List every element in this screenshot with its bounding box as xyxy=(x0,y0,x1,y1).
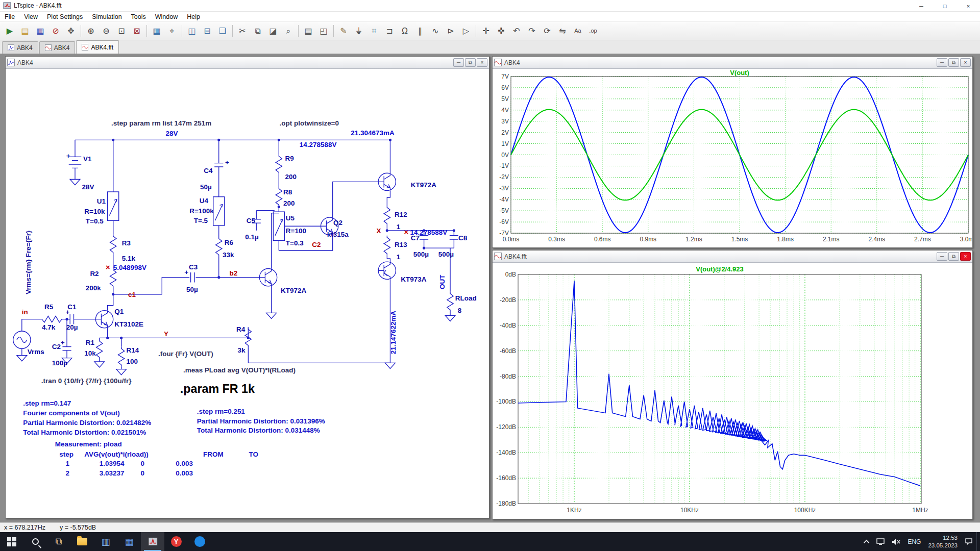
notification-center-icon[interactable] xyxy=(961,532,976,551)
zoom-out-icon[interactable]: ⊖ xyxy=(99,24,114,38)
schematic-close-button[interactable]: × xyxy=(477,58,487,67)
menu-window[interactable]: Window xyxy=(151,12,182,21)
menu-view[interactable]: View xyxy=(19,12,42,21)
schematic-label: .step rm=0.251 xyxy=(197,408,246,415)
mirror-icon[interactable]: ⇋ xyxy=(555,24,570,38)
waveform-plot[interactable]: 7V6V5V4V3V2V1V0V-1V-2V-3V-4V-5V-6V-7V0.0… xyxy=(493,69,972,247)
grid-icon[interactable]: ▦ xyxy=(149,24,164,38)
schematic-label: R=100k xyxy=(189,207,214,215)
schematic-label: .meas PLoad avg V(OUT)*I(RLoad) xyxy=(183,366,296,374)
browser-button[interactable] xyxy=(188,532,211,551)
tab-abk4-1[interactable]: ABK4 xyxy=(39,41,76,54)
window-close-button[interactable]: × xyxy=(957,0,980,12)
cursor-y-readout: y = -5.575dB xyxy=(60,524,96,531)
schematic-window-titlebar[interactable]: ABK4 ─ ⧉ × xyxy=(6,57,489,69)
waveform-minimize-button[interactable]: ─ xyxy=(937,58,947,67)
resistor-icon[interactable]: Ω xyxy=(397,24,412,38)
waveform-window-icon xyxy=(494,59,502,66)
halt-icon[interactable]: ⊘ xyxy=(48,24,63,38)
menu-plot-settings[interactable]: Plot Settings xyxy=(42,12,87,21)
app-button-1[interactable]: ▥ xyxy=(94,532,117,551)
toolbar-separator xyxy=(81,25,81,37)
schematic-label: TO xyxy=(249,450,258,458)
display-tray-icon[interactable] xyxy=(873,532,888,551)
app-button-2[interactable]: ▦ xyxy=(117,532,141,551)
port-icon[interactable]: ⊐ xyxy=(382,24,397,38)
undo-icon[interactable]: ↶ xyxy=(509,24,524,38)
waveform-window-titlebar[interactable]: ABK4 ─ ⧉ × xyxy=(493,57,972,69)
start-button[interactable] xyxy=(0,532,23,551)
capacitor-icon[interactable]: ∥ xyxy=(412,24,428,38)
tab-abk4.fft-2[interactable]: ABK4.fft xyxy=(76,40,119,54)
component-icon[interactable]: ▷ xyxy=(458,24,474,38)
schematic-window[interactable]: ABK4 ─ ⧉ × xyxy=(5,56,489,518)
volume-tray-icon[interactable] xyxy=(888,532,904,551)
search-button[interactable] xyxy=(23,532,47,551)
schematic-canvas[interactable]: .step param rm list 147m 251m.opt plotwi… xyxy=(6,69,489,518)
fft-restore-button[interactable]: ⧉ xyxy=(948,252,959,261)
fft-minimize-button[interactable]: ─ xyxy=(937,252,947,261)
yandex-browser-button[interactable]: Y xyxy=(164,532,188,551)
copy-icon[interactable]: ⧉ xyxy=(250,24,265,38)
zoom-area-icon[interactable]: ⊡ xyxy=(114,24,129,38)
schematic-minimize-button[interactable]: ─ xyxy=(453,58,464,67)
ltspice-taskbar-button[interactable] xyxy=(141,532,164,551)
waveform-window[interactable]: ABK4 ─ ⧉ × 7V6V5V4V3V2V1V0V-1V-2V-3V-4V-… xyxy=(492,56,973,248)
zoom-in-icon[interactable]: ⊕ xyxy=(83,24,99,38)
drag-icon[interactable]: ✜ xyxy=(494,24,509,38)
tab-abk4-0[interactable]: ABK4 xyxy=(2,41,38,54)
menu-help[interactable]: Help xyxy=(182,12,205,21)
save-icon[interactable]: ▦ xyxy=(33,24,48,38)
hidden-icons-chevron[interactable] xyxy=(862,532,873,551)
window-maximize-button[interactable]: □ xyxy=(933,0,957,12)
net-label-icon[interactable]: ⌗ xyxy=(366,24,382,38)
run-icon[interactable]: ▶ xyxy=(2,24,17,38)
schematic-label: U1 xyxy=(97,197,106,205)
print-preview-icon[interactable]: ◰ xyxy=(316,24,331,38)
svg-text:-2V: -2V xyxy=(499,173,509,181)
cut-icon[interactable]: ✂ xyxy=(235,24,250,38)
clock[interactable]: 12:53 23.05.2023 xyxy=(924,532,961,551)
cascade-icon[interactable]: ❏ xyxy=(215,24,230,38)
find-icon[interactable]: ⌕ xyxy=(281,24,296,38)
move-icon[interactable]: ✛ xyxy=(478,24,494,38)
rotate-icon[interactable]: ⟳ xyxy=(540,24,555,38)
inductor-icon[interactable]: ∿ xyxy=(428,24,443,38)
waveform-restore-button[interactable]: ⧉ xyxy=(948,58,959,67)
mark-data-icon[interactable]: ⌖ xyxy=(164,24,180,38)
print-icon[interactable]: ▤ xyxy=(301,24,316,38)
window-minimize-button[interactable]: ─ xyxy=(910,0,933,12)
zoom-full-icon[interactable]: ⊠ xyxy=(129,24,144,38)
schematic-label: kt315a xyxy=(327,231,349,238)
language-indicator[interactable]: ENG xyxy=(904,532,924,551)
pan-icon[interactable]: ✥ xyxy=(63,24,79,38)
svg-text:2.1ms: 2.1ms xyxy=(823,236,840,243)
schematic-label: Measurement: pload xyxy=(55,440,122,448)
diode-icon[interactable]: ⊳ xyxy=(443,24,458,38)
svg-text:-80dB: -80dB xyxy=(500,373,516,380)
tile-vertical-icon[interactable]: ◫ xyxy=(184,24,200,38)
schematic-label: RLoad xyxy=(455,294,477,302)
menu-file[interactable]: File xyxy=(0,12,19,21)
fft-window[interactable]: ABK4.fft ─ ⧉ × 0dB-20dB-40dB-60dB-80dB-1… xyxy=(492,250,973,519)
schematic-restore-button[interactable]: ⧉ xyxy=(465,58,476,67)
spice-directive-icon[interactable]: .op xyxy=(585,24,601,38)
svg-text:100KHz: 100KHz xyxy=(794,507,816,514)
redo-icon[interactable]: ↷ xyxy=(524,24,540,38)
show-desktop-button[interactable] xyxy=(976,532,980,551)
wire-icon[interactable]: ✎ xyxy=(336,24,351,38)
ground-icon[interactable]: ⏚ xyxy=(351,24,366,38)
open-icon[interactable]: ▤ xyxy=(17,24,33,38)
fft-window-titlebar[interactable]: ABK4.fft ─ ⧉ × xyxy=(493,251,972,263)
file-explorer-button[interactable] xyxy=(70,532,94,551)
fft-close-button[interactable]: × xyxy=(960,252,971,261)
menu-tools[interactable]: Tools xyxy=(127,12,151,21)
text-icon[interactable]: Aa xyxy=(570,24,585,38)
menu-simulation[interactable]: Simulation xyxy=(87,12,126,21)
waveform-tab-icon xyxy=(45,44,52,51)
waveform-close-button[interactable]: × xyxy=(960,58,971,67)
fft-plot[interactable]: 0dB-20dB-40dB-60dB-80dB-100dB-120dB-140d… xyxy=(493,263,972,519)
paste-icon[interactable]: ◪ xyxy=(265,24,281,38)
task-view-button[interactable]: ⧉ xyxy=(47,532,70,551)
tile-horizontal-icon[interactable]: ⊟ xyxy=(200,24,215,38)
